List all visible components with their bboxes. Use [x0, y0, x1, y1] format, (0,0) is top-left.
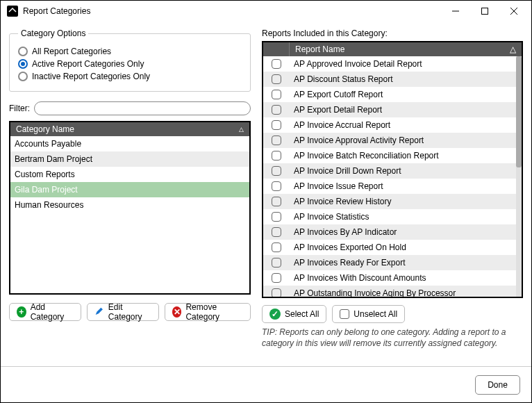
- remove-icon: ✕: [172, 306, 182, 318]
- remove-category-button[interactable]: ✕ Remove Category: [165, 303, 251, 321]
- report-name-cell: AP Invoices Exported On Hold: [290, 242, 522, 252]
- radio-icon: [18, 47, 28, 56]
- category-row[interactable]: Gila Dam Project: [10, 182, 249, 197]
- report-name-cell: AP Discount Status Report: [290, 74, 522, 84]
- unselect-all-button[interactable]: Unselect All: [332, 305, 405, 323]
- svg-rect-0: [7, 6, 18, 17]
- report-checkbox[interactable]: [272, 151, 281, 161]
- radio-option[interactable]: Active Report Categories Only: [18, 59, 242, 69]
- filter-input[interactable]: [34, 101, 251, 115]
- report-name-cell: AP Invoice Drill Down Report: [290, 166, 522, 176]
- report-row[interactable]: AP Export Cutoff Report: [263, 87, 522, 102]
- report-row[interactable]: AP Invoice Drill Down Report: [263, 163, 522, 179]
- vertical-scrollbar[interactable]: [516, 56, 522, 297]
- sort-indicator-icon: △: [510, 44, 516, 54]
- report-checkbox[interactable]: [272, 227, 281, 237]
- report-name-cell: AP Invoice Issue Report: [290, 181, 522, 191]
- report-row[interactable]: AP Export Detail Report: [263, 102, 522, 117]
- report-name-cell: AP Invoice Statistics: [290, 212, 522, 222]
- report-checkbox[interactable]: [272, 181, 281, 191]
- report-row[interactable]: AP Invoice Approval Activity Report: [263, 133, 522, 148]
- maximize-button[interactable]: [470, 1, 499, 21]
- report-row[interactable]: AP Invoices Exported On Hold: [263, 240, 522, 255]
- report-checkbox[interactable]: [272, 59, 281, 69]
- report-checkbox[interactable]: [272, 212, 281, 222]
- report-name-cell: AP Outstanding Invoice Aging By Processo…: [290, 288, 522, 297]
- report-name-cell: AP Invoices Ready For Export: [290, 258, 522, 268]
- report-name-cell: AP Invoice Batch Reconciliation Report: [290, 151, 522, 161]
- report-name-cell: AP Invoices By AP Indicator: [290, 227, 522, 237]
- category-row[interactable]: Bertram Dam Project: [10, 151, 249, 167]
- report-name-cell: AP Export Cutoff Report: [290, 90, 522, 99]
- category-options-legend: Category Options: [18, 28, 88, 38]
- titlebar: Report Categories: [1, 1, 531, 22]
- check-icon: ✓: [269, 309, 281, 320]
- category-options-group: Category Options All Report CategoriesAc…: [9, 28, 251, 92]
- category-row[interactable]: Human Resources: [10, 197, 249, 213]
- report-checkbox[interactable]: [272, 242, 281, 252]
- report-list: Report Name △ AP Approved Invoice Detail…: [262, 41, 523, 298]
- select-all-button[interactable]: ✓ Select All: [262, 305, 326, 323]
- filter-label: Filter:: [9, 104, 30, 113]
- category-list: Category Name △ Accounts PayableBertram …: [9, 121, 251, 295]
- report-row[interactable]: AP Invoice Batch Reconciliation Report: [263, 148, 522, 163]
- report-row[interactable]: AP Invoice Statistics: [263, 209, 522, 224]
- report-checkbox[interactable]: [272, 120, 281, 130]
- plus-icon: +: [17, 306, 26, 318]
- report-checkbox[interactable]: [272, 135, 281, 145]
- unchecked-box-icon: [340, 309, 349, 319]
- report-name-cell: AP Approved Invoice Detail Report: [290, 59, 522, 69]
- minimize-button[interactable]: [441, 1, 470, 21]
- radio-option[interactable]: Inactive Report Categories Only: [18, 72, 242, 81]
- report-checkbox[interactable]: [272, 166, 281, 176]
- radio-label: All Report Categories: [32, 47, 111, 56]
- report-row[interactable]: AP Invoice Issue Report: [263, 179, 522, 194]
- report-row[interactable]: AP Invoice Review History: [263, 194, 522, 209]
- report-row[interactable]: AP Discount Status Report: [263, 72, 522, 87]
- radio-icon: [18, 72, 28, 81]
- done-button[interactable]: Done: [475, 375, 520, 395]
- add-category-button[interactable]: + Add Category: [9, 303, 81, 321]
- report-row[interactable]: AP Outstanding Invoice Aging By Processo…: [263, 286, 522, 297]
- report-name-header[interactable]: Report Name △: [290, 42, 522, 56]
- window-title: Report Categories: [23, 6, 441, 16]
- report-checkbox[interactable]: [272, 273, 281, 283]
- report-name-cell: AP Invoice Review History: [290, 197, 522, 206]
- edit-category-button[interactable]: Edit Category: [87, 303, 159, 321]
- category-row[interactable]: Custom Reports: [10, 167, 249, 182]
- close-button[interactable]: [499, 1, 529, 21]
- report-checkbox[interactable]: [272, 90, 281, 99]
- report-checkbox[interactable]: [272, 105, 281, 115]
- report-row[interactable]: AP Invoices Ready For Export: [263, 255, 522, 270]
- report-checkbox[interactable]: [272, 197, 281, 206]
- report-row[interactable]: AP Invoice Accrual Report: [263, 117, 522, 133]
- report-name-cell: AP Export Detail Report: [290, 105, 522, 115]
- radio-label: Active Report Categories Only: [32, 59, 144, 69]
- radio-label: Inactive Report Categories Only: [32, 72, 150, 81]
- radio-icon: [18, 59, 28, 69]
- report-row[interactable]: AP Invoices By AP Indicator: [263, 224, 522, 240]
- report-name-cell: AP Invoice Approval Activity Report: [290, 135, 522, 145]
- report-checkbox[interactable]: [272, 288, 281, 297]
- report-row[interactable]: AP Approved Invoice Detail Report: [263, 56, 522, 72]
- report-row[interactable]: AP Invoices With Discount Amounts: [263, 270, 522, 286]
- pencil-icon: [94, 306, 104, 318]
- app-icon: [6, 5, 19, 17]
- footer: Done: [1, 366, 531, 402]
- report-checkbox[interactable]: [272, 258, 281, 268]
- report-name-cell: AP Invoices With Discount Amounts: [290, 273, 522, 283]
- reports-included-label: Reports Included in this Category:: [262, 28, 523, 38]
- report-name-cell: AP Invoice Accrual Report: [290, 120, 522, 130]
- category-row[interactable]: Accounts Payable: [10, 136, 249, 151]
- radio-option[interactable]: All Report Categories: [18, 47, 242, 56]
- report-checkbox[interactable]: [272, 74, 281, 84]
- tip-text: TIP: Reports can only belong to one cate…: [262, 327, 523, 349]
- sort-indicator-icon: △: [239, 126, 244, 133]
- checkbox-column-header[interactable]: [263, 42, 290, 56]
- svg-rect-2: [482, 8, 488, 15]
- category-name-header[interactable]: Category Name △: [10, 122, 249, 136]
